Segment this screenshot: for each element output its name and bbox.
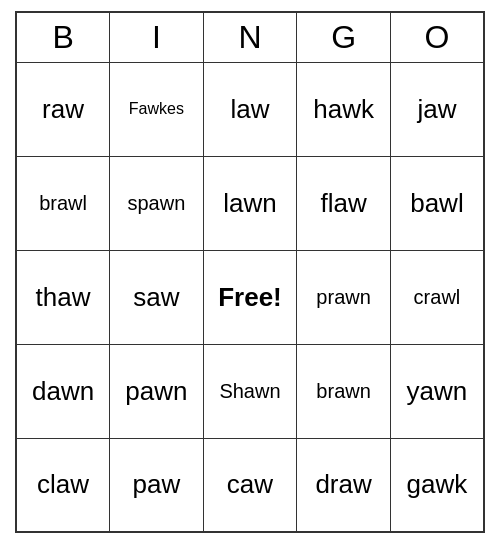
bingo-cell-r3-c3: brawn (297, 344, 391, 438)
bingo-cell-r4-c1: paw (110, 438, 204, 532)
bingo-cell-r1-c1: spawn (110, 156, 204, 250)
bingo-cell-r2-c2: Free! (203, 250, 297, 344)
bingo-cell-r3-c2: Shawn (203, 344, 297, 438)
bingo-cell-r0-c1: Fawkes (110, 62, 204, 156)
bingo-header-n: N (203, 12, 297, 62)
bingo-cell-r0-c4: jaw (390, 62, 484, 156)
bingo-cell-r4-c4: gawk (390, 438, 484, 532)
bingo-cell-r1-c0: brawl (16, 156, 110, 250)
bingo-card: BINGO rawFawkeslawhawkjawbrawlspawnlawnf… (15, 11, 485, 533)
bingo-cell-r2-c4: crawl (390, 250, 484, 344)
bingo-cell-r3-c1: pawn (110, 344, 204, 438)
bingo-cell-r0-c2: law (203, 62, 297, 156)
bingo-cell-r4-c3: draw (297, 438, 391, 532)
bingo-cell-r4-c0: claw (16, 438, 110, 532)
bingo-cell-r3-c0: dawn (16, 344, 110, 438)
bingo-cell-r1-c4: bawl (390, 156, 484, 250)
bingo-cell-r0-c0: raw (16, 62, 110, 156)
bingo-cell-r2-c0: thaw (16, 250, 110, 344)
bingo-cell-r0-c3: hawk (297, 62, 391, 156)
bingo-header-g: G (297, 12, 391, 62)
bingo-header-b: B (16, 12, 110, 62)
bingo-cell-r3-c4: yawn (390, 344, 484, 438)
bingo-cell-r1-c3: flaw (297, 156, 391, 250)
bingo-cell-r1-c2: lawn (203, 156, 297, 250)
bingo-header-i: I (110, 12, 204, 62)
bingo-header-o: O (390, 12, 484, 62)
bingo-cell-r2-c3: prawn (297, 250, 391, 344)
bingo-cell-r2-c1: saw (110, 250, 204, 344)
bingo-cell-r4-c2: caw (203, 438, 297, 532)
